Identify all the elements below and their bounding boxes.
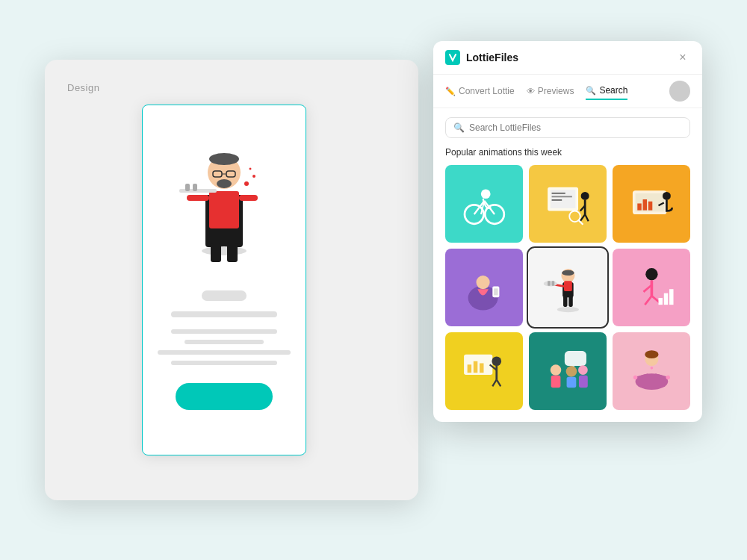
text-line-4 — [171, 361, 277, 365]
svg-point-91 — [666, 375, 669, 379]
svg-marker-19 — [306, 299, 306, 328]
svg-rect-82 — [566, 376, 576, 388]
nav-previews-label: Previews — [538, 86, 574, 96]
section-title: Popular animations this week — [433, 147, 702, 165]
svg-line-35 — [585, 214, 589, 221]
svg-rect-57 — [563, 296, 567, 307]
canvas-label: Design — [67, 82, 99, 93]
svg-point-25 — [480, 189, 490, 199]
svg-point-50 — [562, 270, 574, 275]
search-nav-icon: 🔍 — [586, 86, 596, 96]
svg-point-83 — [578, 365, 588, 375]
oval-shape — [202, 290, 247, 301]
svg-point-81 — [565, 366, 577, 377]
svg-rect-58 — [568, 296, 572, 307]
cursor-arrow — [306, 299, 306, 329]
phone-frame — [142, 105, 306, 455]
svg-rect-52 — [564, 281, 572, 291]
svg-rect-29 — [551, 196, 571, 197]
pencil-icon: ✏️ — [445, 87, 456, 96]
svg-rect-80 — [551, 375, 560, 387]
svg-rect-84 — [579, 375, 588, 387]
svg-point-16 — [244, 181, 249, 186]
svg-point-7 — [217, 179, 232, 188]
animation-card-4[interactable] — [445, 249, 523, 326]
svg-line-76 — [496, 379, 500, 386]
animation-card-6[interactable] — [613, 249, 690, 326]
panel-header: LottieFiles × — [433, 41, 702, 75]
svg-rect-12 — [239, 195, 258, 201]
text-line-2 — [185, 340, 264, 344]
nav-search-label: Search — [599, 85, 627, 96]
svg-point-13 — [202, 246, 247, 255]
nav-item-previews[interactable]: 👁 Previews — [527, 83, 574, 99]
svg-rect-11 — [193, 184, 197, 191]
svg-rect-10 — [185, 184, 190, 191]
lottiefiles-logo — [445, 50, 460, 65]
svg-rect-30 — [551, 199, 562, 201]
svg-rect-67 — [669, 289, 673, 305]
svg-line-63 — [645, 296, 651, 305]
animation-card-1[interactable] — [445, 165, 523, 243]
panel-nav: ✏️ Convert Lottie 👁 Previews 🔍 Search — [433, 75, 702, 108]
cta-button — [176, 383, 273, 410]
nav-item-search[interactable]: 🔍 Search — [586, 82, 627, 100]
animation-card-3[interactable] — [613, 165, 690, 243]
svg-line-75 — [492, 379, 496, 386]
svg-point-43 — [663, 192, 671, 200]
svg-point-79 — [550, 364, 561, 376]
animation-card-5[interactable] — [529, 249, 607, 326]
svg-rect-28 — [551, 193, 565, 194]
svg-point-92 — [650, 367, 653, 370]
svg-rect-71 — [480, 363, 483, 373]
svg-rect-56 — [551, 281, 554, 285]
animation-card-2[interactable] — [529, 165, 607, 243]
nav-convert-label: Convert Lottie — [459, 86, 515, 96]
search-input[interactable] — [469, 122, 682, 133]
svg-rect-14 — [211, 243, 221, 262]
svg-line-34 — [580, 214, 584, 221]
animation-card-9[interactable] — [613, 332, 690, 410]
nav-item-convert[interactable]: ✏️ Convert Lottie — [445, 83, 515, 99]
svg-point-72 — [492, 356, 501, 366]
svg-point-60 — [645, 268, 657, 280]
svg-point-59 — [557, 306, 578, 311]
eye-icon: 👁 — [527, 87, 535, 96]
svg-rect-41 — [642, 199, 646, 211]
user-avatar[interactable] — [669, 81, 690, 102]
svg-rect-40 — [637, 203, 641, 210]
svg-point-46 — [476, 276, 489, 289]
svg-rect-48 — [494, 288, 498, 295]
svg-point-90 — [633, 375, 636, 379]
lottiefiles-panel: LottieFiles × ✏️ Convert Lottie 👁 Previe… — [433, 41, 702, 422]
svg-rect-77 — [564, 351, 586, 366]
search-icon: 🔍 — [453, 122, 465, 133]
svg-rect-65 — [658, 298, 662, 305]
svg-rect-1 — [209, 191, 239, 228]
search-box: 🔍 — [445, 117, 690, 138]
waiter-illustration — [164, 128, 284, 277]
svg-rect-70 — [473, 361, 477, 372]
svg-point-17 — [252, 175, 255, 178]
svg-rect-8 — [187, 195, 209, 201]
text-line-1 — [171, 329, 277, 334]
svg-rect-55 — [548, 281, 551, 285]
panel-title: LottieFiles — [466, 52, 669, 63]
svg-point-31 — [580, 192, 589, 200]
animation-card-8[interactable] — [529, 332, 607, 410]
svg-rect-9 — [179, 189, 217, 193]
close-button[interactable]: × — [675, 50, 690, 65]
animation-grid — [433, 165, 702, 422]
svg-point-18 — [249, 168, 252, 170]
animation-card-7[interactable] — [445, 332, 523, 410]
svg-point-3 — [209, 153, 239, 165]
text-line-3 — [158, 350, 291, 355]
design-canvas: Design — [45, 60, 418, 500]
text-lines — [158, 329, 291, 371]
svg-rect-15 — [227, 243, 238, 262]
svg-rect-66 — [663, 293, 667, 304]
svg-rect-42 — [648, 201, 651, 210]
svg-rect-69 — [467, 364, 471, 373]
svg-point-86 — [645, 350, 658, 358]
